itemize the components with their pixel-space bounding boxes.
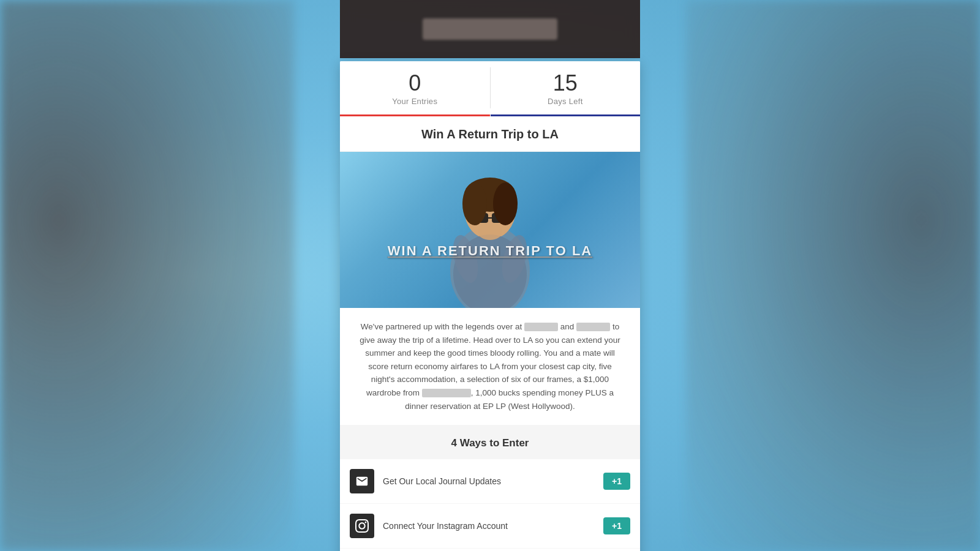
instagram-icon-container-1 bbox=[350, 514, 374, 538]
redacted-partner1 bbox=[524, 323, 558, 331]
person-illustration bbox=[429, 161, 551, 308]
days-label: Days Left bbox=[497, 97, 635, 106]
bg-left-blur bbox=[0, 0, 294, 551]
email-icon-container bbox=[350, 469, 374, 493]
instagram-connect-label: Connect Your Instagram Account bbox=[383, 521, 595, 531]
ways-section: 4 Ways to Enter Get Our Local Journal Up… bbox=[340, 425, 640, 551]
hero-overlay-text: WIN A RETURN TRIP TO LA bbox=[388, 243, 592, 259]
entry-instagram-connect[interactable]: Connect Your Instagram Account +1 bbox=[340, 504, 640, 548]
svg-point-6 bbox=[462, 182, 487, 225]
redacted-partner2 bbox=[576, 323, 610, 331]
contest-title: Win A Return Trip to LA bbox=[340, 116, 640, 152]
main-card: 0 Your Entries 15 Days Left Win A Return… bbox=[340, 61, 640, 551]
entries-stat: 0 Your Entries bbox=[340, 61, 490, 116]
stats-bar: 0 Your Entries 15 Days Left bbox=[340, 61, 640, 116]
entries-count: 0 bbox=[346, 72, 484, 94]
hero-image: WIN A RETURN TRIP TO LA bbox=[340, 152, 640, 308]
svg-point-7 bbox=[493, 182, 518, 225]
journal-label: Get Our Local Journal Updates bbox=[383, 476, 595, 486]
bg-right-blur bbox=[686, 0, 980, 551]
entries-label: Your Entries bbox=[346, 97, 484, 106]
top-bar bbox=[340, 0, 640, 58]
redacted-brand bbox=[422, 389, 471, 397]
days-count: 15 bbox=[497, 72, 635, 94]
entry-journal[interactable]: Get Our Local Journal Updates +1 bbox=[340, 459, 640, 503]
brand-logo bbox=[423, 18, 557, 40]
description: We've partnered up with the legends over… bbox=[340, 308, 640, 425]
entry-instagram-visit[interactable]: Visit on Instagram +1 bbox=[340, 549, 640, 551]
instagram-connect-points: +1 bbox=[603, 517, 630, 534]
journal-points: +1 bbox=[603, 473, 630, 490]
days-stat: 15 Days Left bbox=[491, 61, 641, 116]
ways-title: 4 Ways to Enter bbox=[340, 437, 640, 449]
instagram-icon-1 bbox=[355, 519, 369, 533]
email-icon bbox=[355, 474, 369, 488]
svg-point-11 bbox=[478, 223, 502, 240]
